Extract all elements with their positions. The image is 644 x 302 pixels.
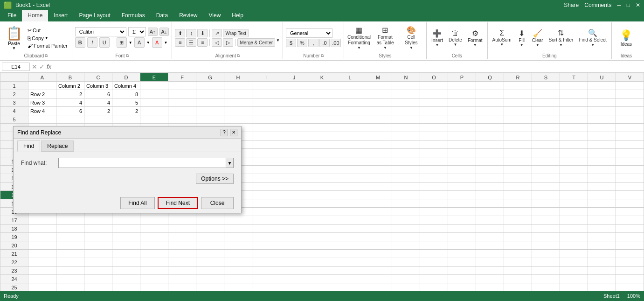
col-header-T[interactable]: T <box>560 73 588 82</box>
cell[interactable] <box>168 90 196 98</box>
cell[interactable] <box>336 183 364 191</box>
cell[interactable] <box>364 267 392 275</box>
cell[interactable] <box>420 90 448 98</box>
cell[interactable] <box>196 90 224 98</box>
cell[interactable] <box>532 149 560 157</box>
cell[interactable] <box>252 275 280 283</box>
alignment-dialog-launcher[interactable]: ⧉ <box>237 53 240 58</box>
cell[interactable] <box>476 183 504 191</box>
cell[interactable] <box>280 98 308 107</box>
cell[interactable] <box>56 250 84 258</box>
cell[interactable] <box>560 90 588 98</box>
cell[interactable] <box>532 183 560 191</box>
paste-button[interactable]: 📋 Paste ▼ <box>3 23 25 52</box>
cell[interactable] <box>560 199 588 208</box>
cell[interactable] <box>420 82 448 90</box>
col-header-G[interactable]: G <box>196 73 224 82</box>
cell[interactable] <box>84 258 112 267</box>
cell[interactable] <box>364 107 392 115</box>
copy-dropdown[interactable]: ▼ <box>45 36 48 40</box>
cell[interactable] <box>616 216 644 225</box>
cell[interactable] <box>28 275 56 283</box>
cell[interactable] <box>280 275 308 283</box>
cell[interactable] <box>504 225 532 233</box>
cell[interactable]: 5 <box>112 98 140 107</box>
cell[interactable] <box>140 98 168 107</box>
cell[interactable] <box>532 225 560 233</box>
percent-button[interactable]: % <box>297 39 307 47</box>
cell[interactable] <box>224 82 252 90</box>
cell[interactable] <box>448 208 476 216</box>
cell[interactable] <box>252 233 280 241</box>
cell[interactable] <box>588 174 616 183</box>
col-header-U[interactable]: U <box>588 73 616 82</box>
cell[interactable] <box>252 183 280 191</box>
row-header-24[interactable]: 24 <box>0 275 28 283</box>
cell[interactable] <box>616 157 644 166</box>
cell[interactable] <box>560 98 588 107</box>
cell[interactable] <box>420 275 448 283</box>
cell[interactable] <box>616 124 644 132</box>
cell[interactable] <box>252 174 280 183</box>
cell[interactable] <box>560 216 588 225</box>
cell[interactable] <box>336 275 364 283</box>
cell[interactable] <box>280 107 308 115</box>
cell[interactable]: 8 <box>112 90 140 98</box>
cell[interactable] <box>504 132 532 140</box>
cell[interactable]: 2 <box>56 90 84 98</box>
dialog-close-btn[interactable]: Close <box>201 197 234 209</box>
cell[interactable] <box>476 90 504 98</box>
cell[interactable] <box>224 107 252 115</box>
cell[interactable] <box>476 258 504 267</box>
cell[interactable] <box>364 225 392 233</box>
row-header-20[interactable]: 20 <box>0 241 28 250</box>
cell[interactable] <box>448 132 476 140</box>
cell[interactable] <box>560 275 588 283</box>
cell[interactable] <box>56 233 84 241</box>
cell[interactable] <box>476 140 504 149</box>
cell[interactable] <box>56 283 84 291</box>
cell[interactable]: Row 3 <box>28 98 56 107</box>
cell[interactable] <box>588 283 616 291</box>
cell[interactable]: Row 4 <box>28 107 56 115</box>
cell[interactable] <box>28 216 56 225</box>
format-painter-button[interactable]: 🖌 Format Painter <box>26 42 69 49</box>
cell[interactable] <box>28 82 56 90</box>
cell[interactable] <box>112 115 140 124</box>
cell[interactable] <box>392 107 420 115</box>
cell[interactable] <box>168 82 196 90</box>
cell[interactable] <box>420 124 448 132</box>
cell[interactable] <box>504 233 532 241</box>
cell[interactable] <box>84 115 112 124</box>
conditional-formatting-button[interactable]: ▦ Conditional Formatting ▼ <box>347 25 371 51</box>
cell[interactable] <box>448 157 476 166</box>
cell[interactable] <box>504 208 532 216</box>
cell-reference-box[interactable] <box>2 63 30 71</box>
cell[interactable] <box>56 216 84 225</box>
cell[interactable] <box>532 107 560 115</box>
cell[interactable] <box>308 115 336 124</box>
cell[interactable] <box>56 115 84 124</box>
cell[interactable] <box>168 107 196 115</box>
cell[interactable] <box>588 157 616 166</box>
cell-styles-dropdown[interactable]: ▼ <box>409 46 413 50</box>
increase-decimal-button[interactable]: .00 <box>331 39 341 47</box>
cell[interactable] <box>420 225 448 233</box>
insert-button[interactable]: ➕ Insert ▼ <box>429 25 445 51</box>
options-button[interactable]: Options >> <box>196 174 234 184</box>
fill-dropdown[interactable]: ▼ <box>520 43 524 47</box>
cell[interactable] <box>252 157 280 166</box>
cell[interactable] <box>336 166 364 174</box>
tab-view[interactable]: View <box>203 10 227 21</box>
align-left-button[interactable]: ≡ <box>175 38 185 47</box>
cell[interactable] <box>56 275 84 283</box>
cell[interactable]: 6 <box>84 90 112 98</box>
cell[interactable] <box>28 241 56 250</box>
cell[interactable] <box>196 275 224 283</box>
cell[interactable] <box>448 258 476 267</box>
row-header-18[interactable]: 18 <box>0 225 28 233</box>
cell[interactable] <box>532 258 560 267</box>
sort-filter-dropdown[interactable]: ▼ <box>559 43 563 47</box>
cell[interactable] <box>224 98 252 107</box>
row-header-21[interactable]: 21 <box>0 250 28 258</box>
